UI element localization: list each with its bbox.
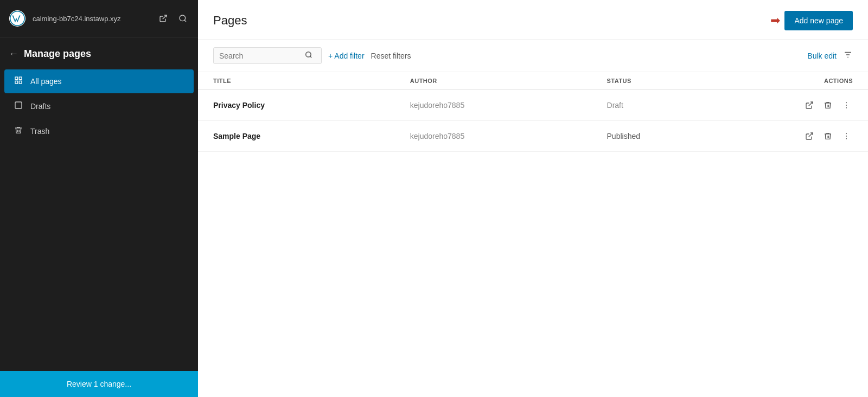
search-input[interactable]	[219, 52, 301, 60]
svg-point-19	[846, 133, 847, 134]
add-new-page-button[interactable]: Add new page	[784, 11, 853, 30]
search-submit-button[interactable]	[305, 51, 312, 60]
svg-point-17	[846, 107, 847, 108]
nav-list: All pages Drafts Trash	[0, 68, 198, 371]
row-title: Privacy Policy	[213, 101, 410, 110]
manage-pages-header: ← Manage pages	[0, 37, 198, 65]
main-header: Pages ➡ Add new page	[198, 0, 868, 40]
svg-rect-8	[15, 102, 22, 108]
col-author-header: AUTHOR	[410, 78, 607, 84]
toolbar: + Add filter Reset filters Bulk edit	[198, 40, 868, 72]
main-content: Pages ➡ Add new page + Add filter Reset …	[198, 0, 868, 397]
search-box	[213, 47, 322, 64]
svg-point-20	[846, 136, 847, 137]
delete-button[interactable]	[821, 130, 834, 143]
header-actions: ➡ Add new page	[770, 11, 853, 30]
svg-point-0	[9, 10, 25, 27]
row-actions	[755, 99, 853, 112]
sidebar-item-trash[interactable]: Trash	[4, 119, 194, 143]
drafts-label: Drafts	[30, 102, 50, 111]
back-button[interactable]: ←	[9, 48, 18, 60]
manage-pages-title: Manage pages	[24, 48, 91, 60]
svg-line-10	[310, 56, 312, 58]
more-options-button[interactable]	[840, 130, 853, 143]
svg-rect-6	[15, 81, 18, 84]
all-pages-icon	[13, 76, 24, 87]
col-actions-header: ACTIONS	[755, 78, 853, 84]
sidebar: calming-bb7c24.instawp.xyz ← Manage page…	[0, 0, 198, 397]
row-actions	[755, 130, 853, 143]
row-author: kejudoreho7885	[410, 101, 607, 110]
external-link-icon[interactable]	[157, 12, 170, 25]
bulk-edit-button[interactable]: Bulk edit	[807, 52, 837, 60]
more-options-button[interactable]	[840, 99, 853, 112]
col-status-header: STATUS	[607, 78, 755, 84]
add-filter-button[interactable]: + Add filter	[328, 52, 365, 60]
sidebar-item-drafts[interactable]: Drafts	[4, 94, 194, 118]
svg-rect-4	[15, 77, 18, 80]
toolbar-right: Bulk edit	[807, 50, 853, 62]
table-row: Privacy Policy kejudoreho7885 Draft	[198, 90, 868, 121]
row-status: Published	[607, 132, 755, 140]
svg-line-18	[809, 133, 813, 137]
svg-point-15	[846, 102, 847, 103]
table-row: Sample Page kejudoreho7885 Published	[198, 121, 868, 152]
col-title-header: TITLE	[213, 78, 410, 84]
trash-icon	[13, 126, 24, 137]
trash-label: Trash	[30, 127, 49, 136]
content-area: TITLE AUTHOR STATUS ACTIONS Privacy Poli…	[198, 72, 868, 397]
reset-filters-button[interactable]: Reset filters	[371, 52, 411, 60]
drafts-icon	[13, 101, 24, 112]
search-icon[interactable]	[176, 12, 189, 25]
open-external-button[interactable]	[803, 99, 816, 112]
svg-line-1	[163, 15, 167, 19]
table-header: TITLE AUTHOR STATUS ACTIONS	[198, 72, 868, 90]
filter-options-button[interactable]	[843, 50, 853, 62]
arrow-indicator: ➡	[770, 15, 780, 27]
sidebar-footer: Review 1 change...	[0, 371, 198, 397]
svg-point-21	[846, 138, 847, 139]
svg-line-3	[184, 20, 186, 22]
svg-point-16	[846, 105, 847, 106]
open-external-button[interactable]	[803, 130, 816, 143]
svg-point-9	[306, 52, 311, 57]
row-author: kejudoreho7885	[410, 132, 607, 140]
row-status: Draft	[607, 101, 755, 110]
row-title: Sample Page	[213, 132, 410, 140]
site-url: calming-bb7c24.instawp.xyz	[33, 15, 150, 23]
svg-point-2	[180, 15, 186, 21]
svg-rect-7	[19, 81, 22, 84]
page-title: Pages	[213, 14, 247, 28]
wp-logo	[9, 10, 26, 27]
delete-button[interactable]	[821, 99, 834, 112]
sidebar-item-all-pages[interactable]: All pages	[4, 69, 194, 93]
review-changes-button[interactable]: Review 1 change...	[0, 371, 198, 397]
svg-rect-5	[19, 77, 22, 80]
header-icons	[157, 12, 189, 25]
all-pages-label: All pages	[30, 77, 62, 86]
sidebar-header: calming-bb7c24.instawp.xyz	[0, 0, 198, 37]
svg-line-14	[809, 102, 813, 106]
